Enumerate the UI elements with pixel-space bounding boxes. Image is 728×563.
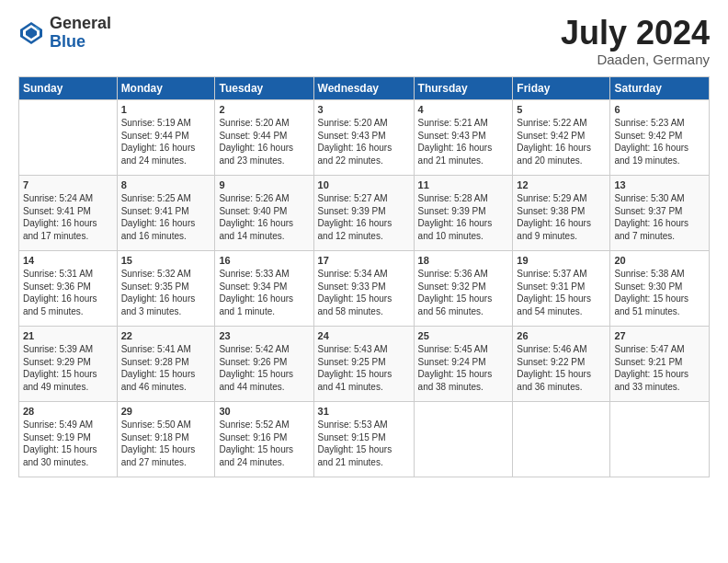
header: General Blue July 2024 Daaden, Germany <box>18 15 710 67</box>
daylight-text: Daylight: 16 hours and 14 minutes. <box>219 217 309 242</box>
daylight-text: Daylight: 15 hours and 51 minutes. <box>614 293 705 317</box>
sunset-text: Sunset: 9:37 PM <box>614 205 705 218</box>
sunset-text: Sunset: 9:21 PM <box>614 356 705 369</box>
calendar-cell: 7Sunrise: 5:24 AMSunset: 9:41 PMDaylight… <box>19 175 118 250</box>
calendar-table: Sunday Monday Tuesday Wednesday Thursday… <box>18 76 710 477</box>
page: General Blue July 2024 Daaden, Germany S… <box>0 0 728 563</box>
day-number: 18 <box>418 254 509 268</box>
day-number: 1 <box>121 103 211 117</box>
sunrise-text: Sunrise: 5:25 AM <box>121 192 211 205</box>
daylight-text: Daylight: 15 hours and 33 minutes. <box>614 368 705 393</box>
calendar-cell <box>513 401 610 477</box>
daylight-text: Daylight: 16 hours and 21 minutes. <box>418 142 509 167</box>
col-tuesday: Tuesday <box>215 76 313 99</box>
day-number: 16 <box>219 254 309 268</box>
day-number: 26 <box>517 329 606 343</box>
logo-blue-label: Blue <box>50 33 111 52</box>
sunrise-text: Sunrise: 5:28 AM <box>418 192 509 205</box>
sunrise-text: Sunrise: 5:32 AM <box>121 268 211 281</box>
sunset-text: Sunset: 9:29 PM <box>23 356 113 369</box>
calendar-cell: 18Sunrise: 5:36 AMSunset: 9:32 PMDayligh… <box>414 250 513 326</box>
sunset-text: Sunset: 9:36 PM <box>23 281 113 293</box>
day-number: 22 <box>121 329 211 343</box>
sunrise-text: Sunrise: 5:22 AM <box>517 117 606 130</box>
day-number: 11 <box>418 178 509 192</box>
day-number: 14 <box>23 254 113 268</box>
day-number: 17 <box>318 254 410 268</box>
day-number: 20 <box>614 254 705 268</box>
sunrise-text: Sunrise: 5:47 AM <box>614 343 705 356</box>
sunrise-text: Sunrise: 5:20 AM <box>318 117 410 130</box>
daylight-text: Daylight: 15 hours and 38 minutes. <box>418 368 509 393</box>
col-thursday: Thursday <box>414 76 513 99</box>
sunrise-text: Sunrise: 5:52 AM <box>219 419 309 431</box>
daylight-text: Daylight: 16 hours and 5 minutes. <box>23 293 113 317</box>
daylight-text: Daylight: 16 hours and 7 minutes. <box>614 217 705 242</box>
calendar-cell: 15Sunrise: 5:32 AMSunset: 9:35 PMDayligh… <box>117 250 215 326</box>
day-number: 8 <box>121 178 211 192</box>
day-number: 9 <box>219 178 309 192</box>
day-number: 24 <box>318 329 410 343</box>
calendar-week-2: 7Sunrise: 5:24 AMSunset: 9:41 PMDaylight… <box>19 175 710 250</box>
daylight-text: Daylight: 15 hours and 21 minutes. <box>318 443 410 468</box>
sunset-text: Sunset: 9:18 PM <box>121 431 211 444</box>
calendar-week-4: 21Sunrise: 5:39 AMSunset: 9:29 PMDayligh… <box>19 326 710 401</box>
day-number: 28 <box>23 405 113 419</box>
sunrise-text: Sunrise: 5:41 AM <box>121 343 211 356</box>
sunrise-text: Sunrise: 5:39 AM <box>23 343 113 356</box>
day-number: 19 <box>517 254 606 268</box>
sunrise-text: Sunrise: 5:26 AM <box>219 192 309 205</box>
calendar-week-3: 14Sunrise: 5:31 AMSunset: 9:36 PMDayligh… <box>19 250 710 326</box>
daylight-text: Daylight: 15 hours and 24 minutes. <box>219 443 309 468</box>
logo-text: General Blue <box>50 15 111 52</box>
calendar-cell: 9Sunrise: 5:26 AMSunset: 9:40 PMDaylight… <box>215 175 313 250</box>
sunrise-text: Sunrise: 5:31 AM <box>23 268 113 281</box>
daylight-text: Daylight: 15 hours and 54 minutes. <box>517 293 606 317</box>
sunrise-text: Sunrise: 5:34 AM <box>318 268 410 281</box>
calendar-cell: 20Sunrise: 5:38 AMSunset: 9:30 PMDayligh… <box>610 250 710 326</box>
sunset-text: Sunset: 9:39 PM <box>418 205 509 218</box>
calendar-cell: 4Sunrise: 5:21 AMSunset: 9:43 PMDaylight… <box>414 99 513 175</box>
calendar-cell: 31Sunrise: 5:53 AMSunset: 9:15 PMDayligh… <box>313 401 414 477</box>
day-number: 7 <box>23 178 113 192</box>
logo: General Blue <box>18 15 111 52</box>
calendar-cell <box>610 401 710 477</box>
sunrise-text: Sunrise: 5:29 AM <box>517 192 606 205</box>
daylight-text: Daylight: 16 hours and 9 minutes. <box>517 217 606 242</box>
calendar-cell: 3Sunrise: 5:20 AMSunset: 9:43 PMDaylight… <box>313 99 414 175</box>
calendar-cell: 25Sunrise: 5:45 AMSunset: 9:24 PMDayligh… <box>414 326 513 401</box>
sunset-text: Sunset: 9:16 PM <box>219 431 309 444</box>
col-monday: Monday <box>117 76 215 99</box>
sunset-text: Sunset: 9:40 PM <box>219 205 309 218</box>
day-number: 4 <box>418 103 509 117</box>
location: Daaden, Germany <box>561 52 710 67</box>
day-number: 15 <box>121 254 211 268</box>
sunset-text: Sunset: 9:44 PM <box>219 130 309 143</box>
daylight-text: Daylight: 16 hours and 3 minutes. <box>121 293 211 317</box>
calendar-cell <box>414 401 513 477</box>
sunset-text: Sunset: 9:34 PM <box>219 281 309 293</box>
sunrise-text: Sunrise: 5:43 AM <box>318 343 410 356</box>
calendar-cell: 12Sunrise: 5:29 AMSunset: 9:38 PMDayligh… <box>513 175 610 250</box>
month-year: July 2024 <box>561 15 710 52</box>
sunset-text: Sunset: 9:24 PM <box>418 356 509 369</box>
sunset-text: Sunset: 9:44 PM <box>121 130 211 143</box>
calendar-cell: 10Sunrise: 5:27 AMSunset: 9:39 PMDayligh… <box>313 175 414 250</box>
sunset-text: Sunset: 9:38 PM <box>517 205 606 218</box>
sunrise-text: Sunrise: 5:50 AM <box>121 419 211 431</box>
day-number: 21 <box>23 329 113 343</box>
sunrise-text: Sunrise: 5:42 AM <box>219 343 309 356</box>
calendar-cell: 28Sunrise: 5:49 AMSunset: 9:19 PMDayligh… <box>19 401 118 477</box>
sunset-text: Sunset: 9:41 PM <box>121 205 211 218</box>
calendar-week-1: 1Sunrise: 5:19 AMSunset: 9:44 PMDaylight… <box>19 99 710 175</box>
day-number: 27 <box>614 329 705 343</box>
daylight-text: Daylight: 15 hours and 58 minutes. <box>318 293 410 317</box>
calendar-cell: 22Sunrise: 5:41 AMSunset: 9:28 PMDayligh… <box>117 326 215 401</box>
sunrise-text: Sunrise: 5:23 AM <box>614 117 705 130</box>
day-number: 2 <box>219 103 309 117</box>
sunset-text: Sunset: 9:43 PM <box>318 130 410 143</box>
day-number: 30 <box>219 405 309 419</box>
sunrise-text: Sunrise: 5:37 AM <box>517 268 606 281</box>
sunrise-text: Sunrise: 5:21 AM <box>418 117 509 130</box>
daylight-text: Daylight: 15 hours and 36 minutes. <box>517 368 606 393</box>
